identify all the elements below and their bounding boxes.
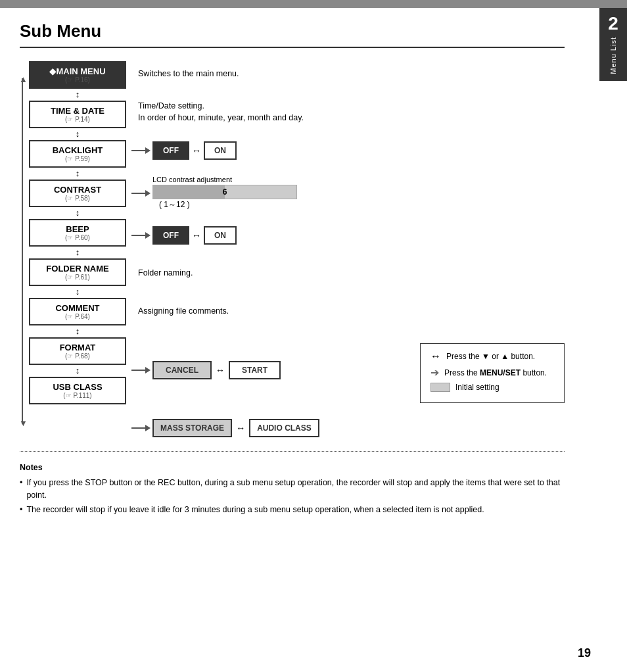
right-area: Switches to the main menu. Time/Date set… xyxy=(125,61,565,441)
updown-arrow-4: ↕ xyxy=(76,207,80,219)
legend-row-horizontal: ↔ Press the ▼ or ▲ button. xyxy=(430,350,554,362)
updown-arrow-2: ↕ xyxy=(76,128,80,140)
legend-row-rect: Initial setting xyxy=(430,383,554,392)
updown-arrow-1: ↕ xyxy=(76,89,80,101)
backlight-connector xyxy=(131,150,146,151)
tab-number: 2 xyxy=(608,14,618,33)
top-bar xyxy=(0,0,627,8)
updown-arrow-7: ↕ xyxy=(76,325,80,337)
note-bullet-1: • xyxy=(20,477,22,502)
desc-folder-name: Folder naming. xyxy=(131,260,565,287)
contrast-slider[interactable]: 6 xyxy=(152,185,297,199)
legend-h-arrow-icon: ↔ xyxy=(430,350,441,362)
cancel-start-group: CANCEL ↔ START xyxy=(152,361,281,379)
beep-toggle: OFF ↔ ON xyxy=(152,226,237,245)
format-control-row: CANCEL ↔ START ↔ Press the ▼ or ▲ button… xyxy=(131,337,565,403)
contrast-connector xyxy=(131,193,146,194)
mass-storage-btn[interactable]: MASS STORAGE xyxy=(152,419,232,437)
beep-off-btn[interactable]: OFF xyxy=(152,226,189,245)
note-text-2: The recorder will stop if you leave it i… xyxy=(26,504,484,516)
note-bullet-2: • xyxy=(20,504,22,516)
format-connector xyxy=(131,370,146,371)
backlight-lr-arrow: ↔ xyxy=(192,145,201,156)
tab-text: Menu List xyxy=(609,37,617,74)
note-item-2: • The recorder will stop if you leave it… xyxy=(20,504,565,516)
beep-on-btn[interactable]: ON xyxy=(204,226,237,245)
beep-control-row: OFF ↔ ON xyxy=(131,222,565,249)
legend-r-text: Press the MENU/SET button. xyxy=(444,368,547,377)
usb-control-row: MASS STORAGE ↔ AUDIO CLASS xyxy=(131,415,565,441)
beep-connector xyxy=(131,235,146,236)
menu-item-time-date: TIME & DATE (☞ P.14) xyxy=(29,101,126,128)
legend-box: ↔ Press the ▼ or ▲ button. ➔ Press the M… xyxy=(420,343,565,403)
contrast-group: LCD contrast adjustment 6 ( 1～12 ) xyxy=(152,176,297,210)
legend-rect-text: Initial setting xyxy=(455,383,499,392)
notes-title: Notes xyxy=(20,462,565,474)
menu-item-format: FORMAT (☞ P.68) xyxy=(29,337,126,365)
menu-item-beep: BEEP (☞ P.60) xyxy=(29,219,126,247)
main-content: Sub Menu ▲ ▼ ◆MAIN MENU (☞ P.16) ↕ TIME … xyxy=(0,8,597,532)
page-number: 19 xyxy=(578,646,591,660)
contrast-control-row: LCD contrast adjustment 6 ( 1～12 ) xyxy=(131,176,565,210)
desc-comment: Assigning file comments. xyxy=(131,299,565,325)
page-title: Sub Menu xyxy=(20,21,565,48)
audio-class-btn[interactable]: AUDIO CLASS xyxy=(249,419,319,437)
bracket-bottom-arrow: ▼ xyxy=(19,418,28,428)
legend-h-text: Press the ▼ or ▲ button. xyxy=(446,352,535,361)
updown-arrow-6: ↕ xyxy=(76,286,80,298)
dotted-separator xyxy=(20,451,565,452)
menu-item-main-menu: ◆MAIN MENU (☞ P.16) xyxy=(29,61,126,89)
updown-arrow-3: ↕ xyxy=(76,168,80,180)
backlight-toggle: OFF ↔ ON xyxy=(152,141,237,160)
usb-lr-arrow: ↔ xyxy=(236,423,245,433)
backlight-on-btn[interactable]: ON xyxy=(204,141,237,160)
storage-group: MASS STORAGE ↔ AUDIO CLASS xyxy=(152,419,319,437)
updown-arrow-8: ↕ xyxy=(76,365,80,377)
beep-lr-arrow: ↔ xyxy=(192,230,201,241)
menu-stack: ◆MAIN MENU (☞ P.16) ↕ TIME & DATE (☞ P.1… xyxy=(20,61,125,404)
menu-item-backlight: BACKLIGHT (☞ P.59) xyxy=(29,140,126,168)
notes-section: Notes • If you press the STOP button or … xyxy=(20,462,565,516)
note-item-1: • If you press the STOP button or the RE… xyxy=(20,477,565,502)
diagram-area: ▲ ▼ ◆MAIN MENU (☞ P.16) ↕ TIME & DATE (☞… xyxy=(20,61,565,441)
updown-arrow-5: ↕ xyxy=(76,247,80,258)
menu-item-comment: COMMENT (☞ P.64) xyxy=(29,298,126,325)
page-tab: 2 Menu List xyxy=(599,8,627,81)
desc-time-date: Time/Date setting.In order of hour, minu… xyxy=(131,99,565,126)
usb-connector xyxy=(131,427,146,429)
legend-r-arrow-icon: ➔ xyxy=(430,366,439,379)
cancel-btn[interactable]: CANCEL xyxy=(152,361,212,379)
format-lr-arrow: ↔ xyxy=(216,365,225,375)
desc-main-menu: Switches to the main menu. xyxy=(131,61,565,87)
legend-row-right: ➔ Press the MENU/SET button. xyxy=(430,366,554,379)
backlight-control-row: OFF ↔ ON xyxy=(131,137,565,164)
start-btn[interactable]: START xyxy=(229,361,281,379)
menu-item-usb-class: USB CLASS (☞ P.111) xyxy=(29,377,126,404)
menu-item-folder-name: FOLDER NAME (☞ P.61) xyxy=(29,258,126,286)
legend-rect-icon xyxy=(430,383,450,392)
note-text-1: If you press the STOP button or the REC … xyxy=(26,477,565,502)
backlight-off-btn[interactable]: OFF xyxy=(152,141,189,160)
menu-item-contrast: CONTRAST (☞ P.58) xyxy=(29,180,126,207)
